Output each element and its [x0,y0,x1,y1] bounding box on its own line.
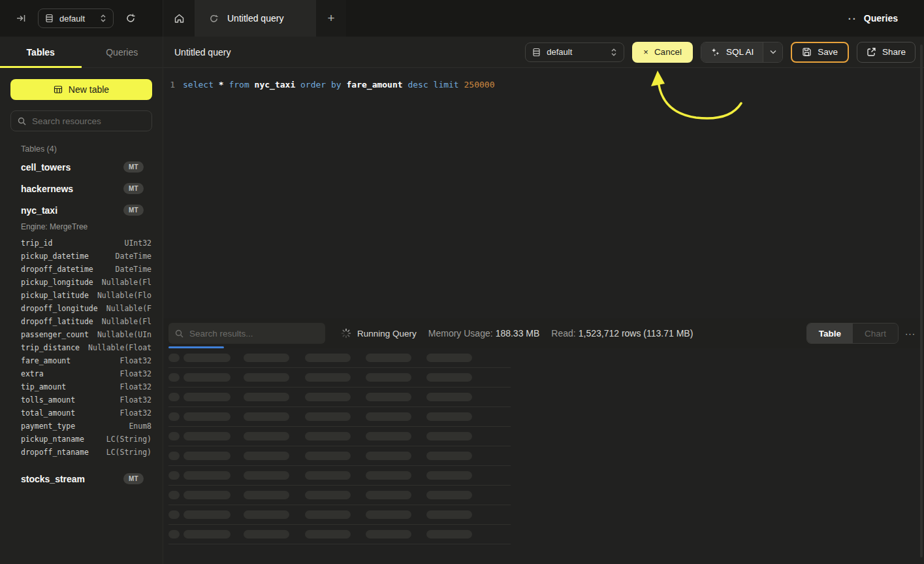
view-toggle-table[interactable]: Table [807,323,853,343]
sql-ai-dropdown[interactable] [763,42,782,62]
skeleton-cell [366,373,411,382]
column-row-dropoff_longitude: dropoff_longitudeNullable(F [0,302,163,315]
query-header: Untitled query default [163,37,924,68]
skeleton-cell [168,491,180,499]
tab-untitled-query[interactable]: Untitled query [195,0,316,37]
sql-token [342,80,347,90]
main-area: Untitled query default [163,37,924,564]
queries-link[interactable]: ·· Queries [848,0,924,37]
skeleton-cell [244,432,289,440]
scrollbar[interactable] [920,44,923,557]
table-name: nyc_taxi [21,205,57,216]
column-row-pickup_latitude: pickup_latitudeNullable(Flo [0,289,163,302]
home-button[interactable] [163,0,195,37]
sql-token: 250000 [464,80,495,90]
sql-ai-button[interactable]: SQL AI [701,42,783,63]
table-item-stocks_stream[interactable]: stocks_streamMT [0,468,163,489]
column-row-extra: extraFloat32 [0,367,163,380]
skeleton-cell [426,432,472,440]
new-table-button[interactable]: New table [10,79,152,100]
skeleton-cell [426,452,472,460]
tables-section-label: Tables (4) [21,144,163,154]
column-name: extra [21,369,44,378]
column-name: dropoff_longitude [21,304,98,313]
resource-search [10,110,152,131]
engine-badge: MT [123,161,144,173]
skeleton-cell [168,510,180,519]
table-item-nyc_taxi[interactable]: nyc_taxiMT [0,199,163,221]
query-title: Untitled query [174,47,231,58]
save-button[interactable]: Save [791,42,849,63]
column-name: dropoff_latitude [21,317,93,326]
results-search-input[interactable] [189,329,319,339]
column-type: Nullable(Fl [102,317,151,326]
results-skeleton [168,348,924,544]
refresh-button[interactable] [123,10,138,26]
skeleton-cell [244,354,289,362]
table-item-cell_towers[interactable]: cell_towersMT [0,156,163,178]
share-button[interactable]: Share [857,42,916,63]
column-row-dropoff_ntaname: dropoff_ntanameLC(String) [0,446,163,459]
skeleton-cell [244,471,289,480]
column-row-dropoff_datetime: dropoff_datetimeDateTime [0,263,163,276]
updown-chevron-icon [611,48,617,57]
skeleton-cell [168,530,180,539]
engine-badge: MT [123,205,144,216]
column-name: pickup_ntaname [21,435,84,444]
collapse-sidebar-icon [16,13,26,24]
more-options-button[interactable]: ··· [905,329,916,339]
sql-token: limit [434,80,459,90]
skeleton-row [168,486,511,505]
memory-usage-label: Memory Usage: [428,328,493,339]
query-database-selector[interactable]: default [525,42,624,62]
updown-chevron-icon [100,14,106,23]
column-name: fare_amount [21,356,71,365]
cancel-button[interactable]: × Cancel [632,42,693,63]
table-name: hackernews [21,184,73,194]
sidebar-tab-tables[interactable]: Tables [0,37,82,67]
skeleton-row [168,368,511,388]
skeleton-row [168,348,511,368]
column-row-trip_distance: trip_distanceNullable(Float [0,341,163,354]
skeleton-row [168,525,511,544]
resource-search-input[interactable] [32,116,145,126]
skeleton-cell [305,491,351,499]
skeleton-cell [244,393,289,401]
column-type: Enum8 [129,422,151,431]
view-toggle: Table Chart [806,323,899,344]
skeleton-cell [168,471,180,480]
sidebar-tab-queries[interactable]: Queries [82,37,163,67]
sidebar-collapse-button[interactable] [13,10,29,26]
engine-badge: MT [123,183,144,194]
skeleton-cell [305,354,351,362]
skeleton-cell [426,471,472,480]
sql-token [428,80,434,90]
skeleton-cell [305,412,351,421]
new-tab-button[interactable]: + [316,0,346,37]
skeleton-cell [168,412,180,421]
column-row-pickup_datetime: pickup_datetimeDateTime [0,250,163,263]
share-icon [867,47,876,57]
read-label: Read: [551,328,575,339]
sql-editor[interactable]: 1 select * from nyc_taxi order by fare_a… [163,68,924,318]
topbar-left: default [0,0,163,37]
column-row-tip_amount: tip_amountFloat32 [0,380,163,393]
skeleton-cell [168,432,180,440]
query-status: Running Query [341,328,417,339]
sql-token: fare_amount [347,80,403,90]
view-toggle-chart[interactable]: Chart [853,323,898,343]
cancel-label: Cancel [654,47,682,57]
sql-token: desc [407,80,428,90]
tables-list: cell_towersMThackernewsMTnyc_taxiMTEngin… [0,156,163,489]
skeleton-row [168,427,511,446]
query-running-icon [209,14,219,24]
sidebar-tabs: Tables Queries [0,37,163,68]
skeleton-cell [168,373,180,382]
skeleton-cell [366,510,411,519]
save-icon [802,47,812,57]
column-row-dropoff_latitude: dropoff_latitudeNullable(Fl [0,315,163,328]
sql-token [295,80,300,90]
table-item-hackernews[interactable]: hackernewsMT [0,178,163,199]
column-row-trip_id: trip_idUInt32 [0,237,163,250]
database-selector[interactable]: default [38,8,114,28]
